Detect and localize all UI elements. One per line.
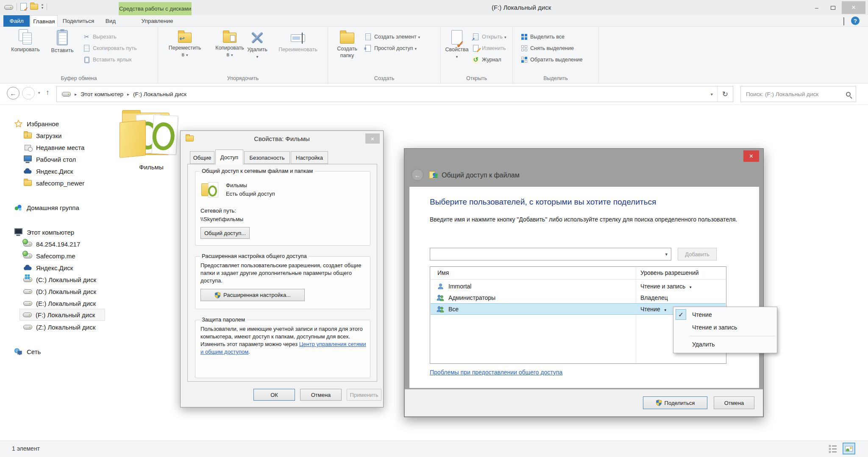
share-button[interactable]: Поделиться bbox=[643, 396, 707, 409]
sidebar-label: Сеть bbox=[27, 348, 41, 355]
tab-general[interactable]: Общие bbox=[190, 151, 214, 164]
back-button[interactable]: ← bbox=[7, 87, 19, 100]
sidebar-item-recent-places[interactable]: Недавние места bbox=[20, 141, 87, 153]
sidebar-item-homegroup[interactable]: Домашняя группа bbox=[11, 202, 82, 213]
tab-security[interactable]: Безопасность bbox=[244, 151, 290, 164]
sidebar-item-desktop[interactable]: Рабочий стол bbox=[20, 153, 78, 165]
cut-button[interactable]: ✂ Вырезать bbox=[83, 32, 117, 42]
sharing-issues-link[interactable]: Проблемы при предоставлении общего досту… bbox=[430, 369, 562, 376]
separator bbox=[17, 3, 17, 11]
copy-to-button[interactable]: Копировать в bbox=[212, 29, 248, 72]
sidebar-item-safecomp-me[interactable]: Safecomp.me bbox=[20, 250, 78, 262]
menu-item-remove[interactable]: Удалить bbox=[673, 338, 777, 350]
sidebar-item-disk-f[interactable]: (F:) Локальный диск bbox=[19, 309, 105, 321]
recent-locations-caret-icon[interactable]: ▾ bbox=[38, 91, 40, 95]
rename-button[interactable]: Переименовать bbox=[272, 29, 324, 72]
tab-home[interactable]: Главная bbox=[31, 15, 58, 27]
breadcrumb-chevron-icon: ▸ bbox=[75, 92, 77, 97]
breadcrumb-current[interactable]: (F:) Локальный диск bbox=[133, 91, 186, 97]
paste-button[interactable]: Вставить bbox=[46, 29, 79, 72]
menu-item-read[interactable]: Чтение bbox=[673, 309, 777, 321]
sidebar-item-this-pc[interactable]: Этот компьютер bbox=[11, 226, 77, 238]
move-to-label-2: в bbox=[181, 52, 188, 58]
table-header: Имя Уровень разрешений bbox=[430, 267, 726, 280]
address-dropdown-caret-icon[interactable]: ▾ bbox=[707, 92, 717, 97]
share-access-button[interactable]: Общий доступ... bbox=[200, 227, 250, 239]
quick-access-toolbar: ✓ ▾ bbox=[4, 3, 47, 11]
copy-button[interactable]: Копировать bbox=[6, 29, 45, 72]
sharing-back-button[interactable]: ← bbox=[412, 169, 423, 181]
table-row[interactable]: Immortal Чтение и запись bbox=[431, 280, 726, 292]
tab-view[interactable]: Вид bbox=[99, 15, 122, 27]
address-bar[interactable]: ▸ Этот компьютер ▸ (F:) Локальный диск ▾… bbox=[56, 86, 733, 102]
easy-access-icon: ≡ bbox=[365, 45, 371, 52]
folder-icon bbox=[186, 136, 194, 141]
user-name-combobox[interactable]: ▾ bbox=[430, 248, 671, 260]
forward-button[interactable]: → bbox=[22, 87, 35, 100]
menu-item-read-write[interactable]: Чтение и запись bbox=[673, 321, 777, 333]
ok-button[interactable]: ОК bbox=[253, 389, 295, 401]
open-button[interactable]: ↗ Открыть bbox=[472, 32, 506, 42]
ribbon-group-organize: ↩ Переместить в Копировать в Удалить Пер… bbox=[158, 27, 328, 83]
paste-shortcut-button[interactable]: Вставить ярлык bbox=[83, 55, 132, 64]
sidebar-item-disk-e[interactable]: (E:) Локальный диск bbox=[20, 297, 98, 309]
table-row[interactable]: Администраторы Владелец bbox=[431, 292, 726, 303]
permission-dropdown[interactable]: Чтение bbox=[640, 306, 667, 313]
maximize-button[interactable] bbox=[826, 2, 840, 13]
tab-sharing[interactable]: Доступ bbox=[215, 150, 243, 164]
sidebar-item-safecomp-newer[interactable]: safecomp_newer bbox=[20, 177, 87, 189]
history-button[interactable]: ↺ Журнал bbox=[472, 55, 501, 64]
breadcrumb-root[interactable]: Этот компьютер bbox=[81, 91, 123, 97]
sharing-cancel-button[interactable]: Отмена bbox=[714, 396, 754, 409]
select-all-button[interactable]: Выделить все bbox=[521, 32, 565, 42]
up-button[interactable]: ↑ bbox=[46, 89, 50, 97]
collapse-ribbon-button[interactable] bbox=[843, 18, 844, 26]
select-none-button[interactable]: Снять выделение bbox=[521, 44, 574, 53]
sidebar-item-network-drive-ip[interactable]: 84.254.194.217 bbox=[20, 238, 83, 250]
properties-qat-icon[interactable]: ✓ bbox=[20, 3, 27, 11]
apply-button[interactable]: Применить bbox=[347, 389, 381, 401]
sidebar-item-disk-c[interactable]: (C:) Локальный диск bbox=[20, 274, 99, 285]
refresh-icon[interactable]: ↻ bbox=[718, 90, 733, 99]
close-button[interactable]: × bbox=[842, 1, 865, 14]
help-button[interactable]: ? bbox=[851, 17, 860, 25]
tab-file[interactable]: Файл bbox=[3, 15, 30, 27]
sharing-close-button[interactable]: × bbox=[743, 150, 759, 162]
folder-icon bbox=[24, 180, 32, 186]
folder-qat-icon[interactable] bbox=[30, 4, 38, 10]
tab-manage[interactable]: Управление bbox=[123, 15, 192, 27]
arrow-icon: ↗ bbox=[471, 37, 475, 42]
tab-customize[interactable]: Настройка bbox=[291, 151, 328, 164]
customize-toolbar-caret-icon[interactable]: ▾ bbox=[42, 4, 43, 10]
sidebar-item-favorites[interactable]: Избранное bbox=[11, 118, 61, 130]
delete-button[interactable]: Удалить bbox=[244, 29, 270, 72]
details-view-button[interactable] bbox=[829, 445, 837, 453]
copy-path-button[interactable]: Скопировать путь bbox=[83, 44, 136, 53]
advanced-sharing-button[interactable]: Расширенная настройка... bbox=[200, 289, 305, 301]
sidebar-item-disk-z[interactable]: (Z:) Локальный диск bbox=[20, 321, 98, 333]
properties-button[interactable]: Свойства bbox=[444, 29, 470, 72]
sidebar-item-yandex-disk-pc[interactable]: Яндекс.Диск bbox=[20, 262, 75, 274]
sidebar-item-network[interactable]: Сеть bbox=[11, 346, 43, 357]
uac-shield-icon bbox=[656, 399, 662, 406]
easy-access-button[interactable]: ≡ Простой доступ bbox=[364, 44, 417, 53]
new-folder-button[interactable]: Создать папку bbox=[333, 29, 361, 72]
sidebar-item-yandex-disk[interactable]: Яндекс.Диск bbox=[20, 165, 75, 177]
permission-dropdown[interactable]: Чтение и запись bbox=[640, 283, 692, 290]
file-item-films[interactable]: Фильмы bbox=[120, 109, 183, 171]
new-item-button[interactable]: Создать элемент bbox=[364, 32, 420, 42]
user-icon bbox=[436, 283, 445, 290]
add-user-button[interactable]: Добавить bbox=[678, 248, 717, 260]
edit-button[interactable]: Изменить bbox=[472, 44, 506, 53]
search-input[interactable]: Поиск: (F:) Локальный диск bbox=[740, 86, 856, 102]
move-to-button[interactable]: ↩ Переместить в bbox=[163, 29, 207, 72]
sidebar-item-downloads[interactable]: Загрузки bbox=[20, 130, 64, 141]
tab-share[interactable]: Поделиться bbox=[58, 15, 98, 27]
minimize-button[interactable]: – bbox=[810, 2, 824, 13]
status-bar: 1 элемент bbox=[0, 440, 868, 457]
invert-selection-button[interactable]: Обратить выделение bbox=[521, 55, 582, 64]
sidebar-item-disk-d[interactable]: (D:) Локальный диск bbox=[20, 285, 99, 297]
cancel-button[interactable]: Отмена bbox=[300, 389, 342, 401]
thumbnail-view-button[interactable] bbox=[843, 443, 855, 454]
properties-close-button[interactable]: × bbox=[365, 133, 380, 144]
